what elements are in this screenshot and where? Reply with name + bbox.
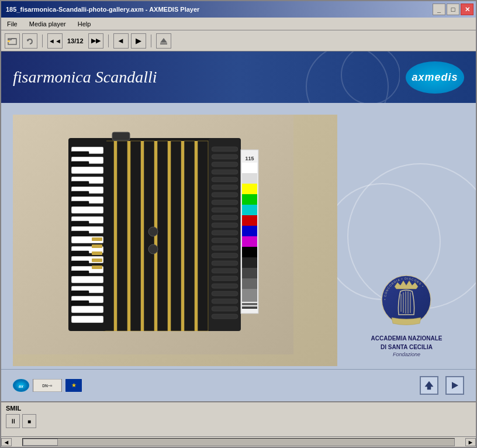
toolbar-separator-3 bbox=[151, 35, 151, 47]
status-area: SMIL ⏸ ■ bbox=[1, 401, 476, 436]
svg-text:DN~≡: DN~≡ bbox=[42, 384, 53, 388]
svg-rect-79 bbox=[212, 284, 238, 288]
svg-rect-104 bbox=[242, 306, 257, 309]
refresh-button[interactable] bbox=[22, 33, 37, 49]
next-button[interactable]: ▶▶ bbox=[88, 33, 103, 49]
banner-title: fisarmonica Scandalli bbox=[13, 68, 157, 87]
scroll-left-button[interactable]: ◄ bbox=[1, 438, 12, 446]
toolbar-separator-2 bbox=[108, 35, 109, 47]
svg-rect-89 bbox=[242, 163, 257, 173]
scrollbar-area: ◄ ► bbox=[1, 436, 476, 447]
play-nav-button[interactable] bbox=[445, 376, 464, 395]
institution-logo: • CONCORDIA • DISCORS • Accademia Nazion… bbox=[371, 274, 443, 357]
svg-rect-76 bbox=[212, 261, 238, 266]
crest-svg: • CONCORDIA • DISCORS • bbox=[380, 274, 433, 329]
svg-point-84 bbox=[148, 227, 158, 236]
menu-media-player[interactable]: Media player bbox=[26, 19, 70, 29]
svg-rect-98 bbox=[242, 257, 257, 268]
svg-rect-99 bbox=[242, 268, 257, 278]
smil-presentation: fisarmonica Scandalli axmedis bbox=[1, 51, 476, 401]
svg-rect-68 bbox=[212, 200, 238, 205]
svg-rect-42 bbox=[71, 316, 103, 323]
menu-help[interactable]: Help bbox=[74, 19, 95, 29]
photo-background: 115 bbox=[13, 115, 337, 366]
svg-rect-75 bbox=[212, 253, 238, 258]
svg-rect-53 bbox=[71, 291, 89, 295]
footer-eu-logo: ★ bbox=[65, 379, 82, 392]
svg-rect-63 bbox=[212, 162, 238, 167]
accordion-image: 115 bbox=[13, 115, 337, 366]
svg-rect-51 bbox=[71, 261, 89, 266]
svg-rect-72 bbox=[212, 230, 238, 235]
svg-marker-113 bbox=[425, 381, 433, 390]
scrollbar-track[interactable] bbox=[22, 438, 455, 446]
svg-rect-90 bbox=[242, 173, 257, 184]
svg-rect-23 bbox=[198, 141, 208, 331]
svg-rect-95 bbox=[242, 226, 257, 236]
main-content: 115 bbox=[1, 103, 476, 369]
svg-rect-83 bbox=[212, 314, 238, 319]
svg-rect-65 bbox=[212, 177, 238, 182]
svg-rect-52 bbox=[71, 271, 89, 275]
svg-rect-41 bbox=[71, 306, 103, 313]
pause-button[interactable]: ⏸ bbox=[6, 414, 20, 428]
svg-rect-27 bbox=[71, 167, 103, 174]
close-button[interactable]: ✕ bbox=[461, 4, 473, 15]
window-title: 185_fisarmonica-Scandalli-photo-gallery.… bbox=[4, 6, 199, 13]
svg-rect-58 bbox=[92, 259, 102, 262]
scrollbar-thumb[interactable] bbox=[23, 439, 58, 446]
svg-rect-96 bbox=[242, 236, 257, 247]
svg-rect-50 bbox=[71, 251, 89, 256]
prev-button[interactable]: ◄◄ bbox=[47, 33, 63, 49]
player-controls: ⏸ ■ bbox=[1, 413, 476, 429]
upload-nav-button[interactable] bbox=[420, 376, 438, 395]
svg-rect-47 bbox=[71, 201, 89, 206]
svg-point-105 bbox=[382, 275, 431, 325]
svg-rect-44 bbox=[71, 161, 89, 166]
svg-rect-103 bbox=[242, 303, 257, 305]
svg-rect-74 bbox=[212, 246, 238, 250]
maximize-button[interactable]: □ bbox=[447, 4, 459, 15]
svg-rect-91 bbox=[242, 184, 257, 194]
svg-rect-101 bbox=[242, 289, 257, 299]
svg-rect-73 bbox=[212, 238, 238, 243]
svg-rect-100 bbox=[242, 278, 257, 289]
eject-button[interactable] bbox=[156, 33, 171, 49]
axmedis-logo: axmedis bbox=[406, 61, 464, 94]
svg-rect-43 bbox=[71, 151, 89, 156]
svg-rect-71 bbox=[212, 223, 238, 228]
svg-rect-61 bbox=[212, 147, 238, 151]
svg-rect-56 bbox=[92, 244, 102, 248]
institution-line1: Accademia Nazionale bbox=[371, 334, 443, 343]
svg-rect-17 bbox=[157, 141, 168, 331]
scroll-right-button[interactable]: ► bbox=[465, 438, 476, 446]
footer-nav-icons bbox=[420, 376, 464, 395]
svg-rect-12 bbox=[127, 141, 130, 331]
svg-rect-78 bbox=[212, 276, 238, 281]
svg-rect-81 bbox=[212, 299, 238, 304]
main-window: 185_fisarmonica-Scandalli-photo-gallery.… bbox=[0, 0, 477, 448]
title-bar: 185_fisarmonica-Scandalli-photo-gallery.… bbox=[1, 1, 476, 18]
toolbar-separator-1 bbox=[42, 35, 43, 47]
menu-file[interactable]: File bbox=[4, 19, 21, 29]
svg-point-85 bbox=[148, 244, 158, 254]
svg-rect-93 bbox=[242, 205, 257, 215]
svg-text:★: ★ bbox=[71, 382, 77, 388]
svg-rect-97 bbox=[242, 247, 257, 257]
nav-left-button[interactable]: ◄ bbox=[113, 33, 129, 49]
minimize-button[interactable]: _ bbox=[433, 4, 445, 15]
svg-rect-67 bbox=[212, 192, 238, 197]
stop-button[interactable]: ■ bbox=[22, 414, 36, 428]
window-controls: _ □ ✕ bbox=[433, 4, 473, 15]
footer-axmedis-logo: ax bbox=[13, 379, 29, 392]
nav-right-button[interactable]: ▶ bbox=[131, 33, 146, 49]
open-button[interactable] bbox=[5, 33, 20, 49]
svg-marker-114 bbox=[452, 382, 458, 389]
institution-name-block: Accademia Nazionale di Santa Cecilia Fon… bbox=[371, 334, 443, 357]
svg-rect-66 bbox=[212, 185, 238, 189]
svg-rect-62 bbox=[212, 154, 238, 159]
svg-rect-59 bbox=[92, 266, 102, 269]
right-sidebar: • CONCORDIA • DISCORS • Accademia Nazion… bbox=[337, 103, 476, 369]
track-counter: 13/12 bbox=[65, 37, 86, 44]
svg-point-6 bbox=[341, 51, 400, 103]
